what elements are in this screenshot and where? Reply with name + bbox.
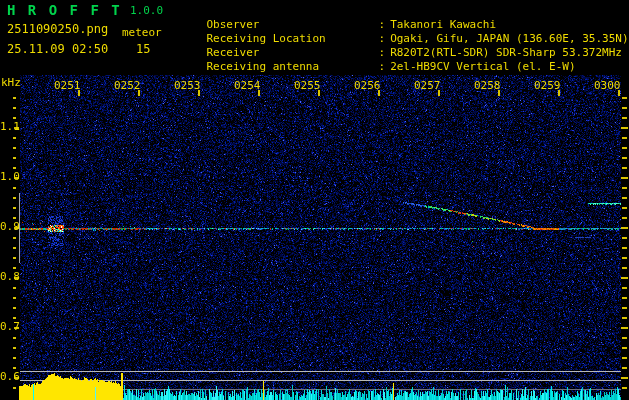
y-tick-label: 0.7	[0, 321, 15, 334]
x-tick-label: 0251	[54, 80, 80, 92]
y-tick-label: 0.9	[0, 221, 15, 234]
y-tick-label: 0.8	[0, 271, 15, 284]
x-tick-label: 0259	[534, 80, 560, 92]
output-filename: 2511090250.png	[7, 23, 108, 36]
x-tick-label: 0252	[114, 80, 140, 92]
x-tick-label: 0255	[294, 80, 320, 92]
y-tick-label: 1.1	[0, 121, 15, 134]
y-tick-label: 0.6	[0, 371, 15, 384]
hrofft-screen: H R O F F T 1.0.0 2511090250.png meteor …	[0, 0, 629, 400]
x-tick-label: 0256	[354, 80, 380, 92]
echo-count: 15	[136, 43, 150, 56]
info-label: Receiving antenna	[207, 61, 379, 73]
y-axis-unit-label: kHz	[1, 77, 21, 89]
x-tick-label: 0258	[474, 80, 500, 92]
x-tick-label: 0300	[594, 80, 620, 92]
y-tick-label: 1.0	[0, 171, 15, 184]
x-tick-label: 0254	[234, 80, 260, 92]
info-value: 2el-HB9CV Vertical (el. E-W)	[390, 60, 575, 73]
app-version: 1.0.0	[130, 5, 163, 17]
info-separator: :	[379, 60, 386, 73]
x-tick-label: 0257	[414, 80, 440, 92]
app-title: H R O F F T	[7, 3, 122, 18]
observation-datetime: 25.11.09 02:50	[7, 43, 108, 56]
observation-mode: meteor	[122, 27, 162, 39]
x-tick-label: 0253	[174, 80, 200, 92]
